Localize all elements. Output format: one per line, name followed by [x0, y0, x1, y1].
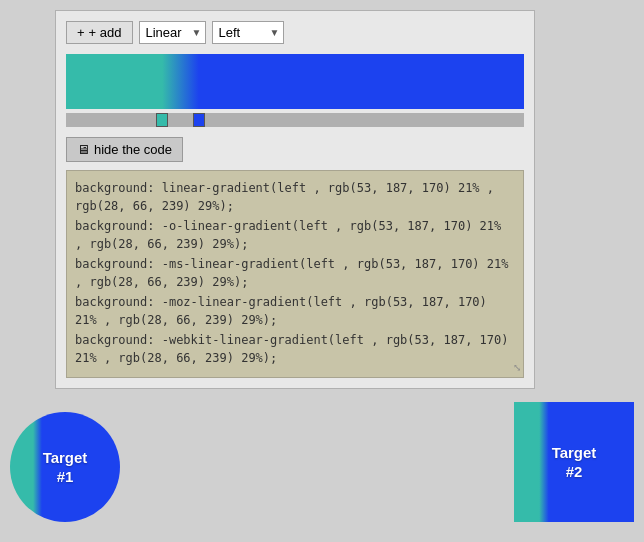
code-output-area: background: linear-gradient(left , rgb(5…	[66, 170, 524, 378]
hide-code-button[interactable]: 🖥 hide the code	[66, 137, 183, 162]
color-stop-2-handle[interactable]	[193, 113, 205, 127]
add-label: + add	[89, 25, 122, 40]
color-stop-1-handle[interactable]	[156, 113, 168, 127]
code-line-1: background: linear-gradient(left , rgb(5…	[75, 179, 515, 215]
code-line-2: background: -o-linear-gradient(left , rg…	[75, 217, 515, 253]
code-line-5: background: -webkit-linear-gradient(left…	[75, 331, 515, 367]
gradient-type-select[interactable]: Linear Radial	[139, 21, 206, 44]
target-1-label: Target#1	[43, 448, 88, 487]
code-line-4: background: -moz-linear-gradient(left , …	[75, 293, 515, 329]
code-line-3: background: -ms-linear-gradient(left , r…	[75, 255, 515, 291]
toolbar: + + add Linear Radial ▼ Left Right Top B…	[66, 21, 524, 44]
gradient-editor-panel: + + add Linear Radial ▼ Left Right Top B…	[55, 10, 535, 389]
hide-code-label: hide the code	[94, 142, 172, 157]
add-button[interactable]: + + add	[66, 21, 133, 44]
code-icon: 🖥	[77, 142, 90, 157]
direction-select[interactable]: Left Right Top Bottom	[212, 21, 284, 44]
resize-handle-icon[interactable]: ⤡	[513, 360, 521, 375]
target-1: Target#1	[10, 412, 120, 522]
gradient-type-wrapper: Linear Radial ▼	[139, 21, 206, 44]
direction-wrapper: Left Right Top Bottom ▼	[212, 21, 284, 44]
gradient-preview	[66, 54, 524, 109]
plus-icon: +	[77, 25, 85, 40]
target-2: Target#2	[514, 402, 634, 522]
slider-track	[66, 113, 524, 127]
target-2-label: Target#2	[552, 443, 597, 482]
